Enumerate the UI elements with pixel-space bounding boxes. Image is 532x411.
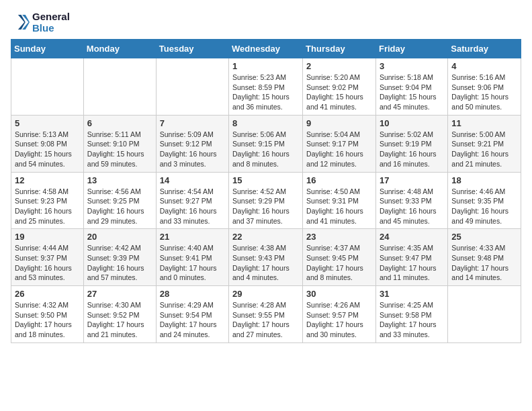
day-info: Sunrise: 4:30 AM Sunset: 9:52 PM Dayligh… [87,300,152,340]
calendar-cell: 24Sunrise: 4:35 AM Sunset: 9:47 PM Dayli… [375,229,447,286]
day-number: 5 [15,118,80,128]
calendar-cell: 12Sunrise: 4:58 AM Sunset: 9:23 PM Dayli… [11,172,84,229]
day-info: Sunrise: 4:26 AM Sunset: 9:57 PM Dayligh… [306,300,372,340]
calendar-week-2: 5Sunrise: 5:13 AM Sunset: 9:08 PM Daylig… [11,115,521,172]
calendar-cell: 15Sunrise: 4:52 AM Sunset: 9:29 PM Dayli… [229,172,303,229]
day-number: 23 [306,232,372,242]
calendar-table: SundayMondayTuesdayWednesdayThursdayFrid… [11,39,521,343]
calendar-cell: 25Sunrise: 4:33 AM Sunset: 9:48 PM Dayli… [448,229,521,286]
calendar-cell: 23Sunrise: 4:37 AM Sunset: 9:45 PM Dayli… [303,229,376,286]
calendar-cell [448,286,521,343]
day-info: Sunrise: 4:48 AM Sunset: 9:33 PM Dayligh… [380,187,444,226]
calendar-cell: 17Sunrise: 4:48 AM Sunset: 9:33 PM Dayli… [375,172,447,229]
day-info: Sunrise: 4:44 AM Sunset: 9:37 PM Dayligh… [15,243,80,283]
day-info: Sunrise: 4:28 AM Sunset: 9:55 PM Dayligh… [232,300,299,340]
day-info: Sunrise: 5:09 AM Sunset: 9:12 PM Dayligh… [160,130,225,169]
calendar-cell: 31Sunrise: 4:25 AM Sunset: 9:58 PM Dayli… [375,286,447,343]
day-info: Sunrise: 4:50 AM Sunset: 9:31 PM Dayligh… [306,187,372,226]
page-header: General Blue [11,11,521,34]
calendar-cell: 5Sunrise: 5:13 AM Sunset: 9:08 PM Daylig… [11,115,84,172]
calendar-week-3: 12Sunrise: 4:58 AM Sunset: 9:23 PM Dayli… [11,172,521,229]
calendar-header-friday: Friday [375,40,447,58]
calendar-header-wednesday: Wednesday [229,40,303,58]
logo-icon [11,13,30,32]
day-number: 3 [380,61,444,71]
calendar-cell: 1Sunrise: 5:23 AM Sunset: 8:59 PM Daylig… [229,58,303,116]
day-number: 12 [15,175,80,185]
day-number: 4 [451,61,517,71]
calendar-cell: 20Sunrise: 4:42 AM Sunset: 9:39 PM Dayli… [83,229,156,286]
calendar-header-saturday: Saturday [448,40,521,58]
calendar-week-5: 26Sunrise: 4:32 AM Sunset: 9:50 PM Dayli… [11,286,521,343]
calendar-cell: 6Sunrise: 5:11 AM Sunset: 9:10 PM Daylig… [83,115,156,172]
day-info: Sunrise: 4:56 AM Sunset: 9:25 PM Dayligh… [87,187,152,226]
day-info: Sunrise: 5:04 AM Sunset: 9:17 PM Dayligh… [306,130,372,169]
day-info: Sunrise: 5:02 AM Sunset: 9:19 PM Dayligh… [380,130,444,169]
day-number: 27 [87,289,152,299]
day-info: Sunrise: 4:38 AM Sunset: 9:43 PM Dayligh… [232,243,299,283]
day-info: Sunrise: 4:37 AM Sunset: 9:45 PM Dayligh… [306,243,372,283]
calendar-header-tuesday: Tuesday [156,40,228,58]
calendar-cell: 4Sunrise: 5:16 AM Sunset: 9:06 PM Daylig… [448,58,521,116]
calendar-cell: 29Sunrise: 4:28 AM Sunset: 9:55 PM Dayli… [229,286,303,343]
day-number: 24 [380,232,444,242]
day-info: Sunrise: 5:11 AM Sunset: 9:10 PM Dayligh… [87,130,152,169]
day-number: 29 [232,289,299,299]
day-info: Sunrise: 4:25 AM Sunset: 9:58 PM Dayligh… [380,300,444,340]
calendar-cell [156,58,228,116]
day-number: 26 [15,289,80,299]
day-number: 1 [232,61,299,71]
calendar-header-sunday: Sunday [11,40,84,58]
day-info: Sunrise: 5:00 AM Sunset: 9:21 PM Dayligh… [451,130,517,169]
calendar-cell: 9Sunrise: 5:04 AM Sunset: 9:17 PM Daylig… [303,115,376,172]
day-number: 14 [160,175,225,185]
calendar-cell: 2Sunrise: 5:20 AM Sunset: 9:02 PM Daylig… [303,58,376,116]
calendar-cell: 19Sunrise: 4:44 AM Sunset: 9:37 PM Dayli… [11,229,84,286]
day-info: Sunrise: 5:23 AM Sunset: 8:59 PM Dayligh… [232,73,299,112]
calendar-cell: 10Sunrise: 5:02 AM Sunset: 9:19 PM Dayli… [375,115,447,172]
day-info: Sunrise: 5:13 AM Sunset: 9:08 PM Dayligh… [15,130,80,169]
day-number: 30 [306,289,372,299]
day-info: Sunrise: 5:06 AM Sunset: 9:15 PM Dayligh… [232,130,299,169]
day-info: Sunrise: 4:46 AM Sunset: 9:35 PM Dayligh… [451,187,517,226]
calendar-cell: 21Sunrise: 4:40 AM Sunset: 9:41 PM Dayli… [156,229,228,286]
calendar-cell: 7Sunrise: 5:09 AM Sunset: 9:12 PM Daylig… [156,115,228,172]
calendar-header-monday: Monday [83,40,156,58]
day-info: Sunrise: 4:42 AM Sunset: 9:39 PM Dayligh… [87,243,152,283]
day-info: Sunrise: 5:18 AM Sunset: 9:04 PM Dayligh… [380,73,444,112]
day-number: 7 [160,118,225,128]
calendar-cell [11,58,84,116]
day-number: 11 [451,118,517,128]
calendar-cell [83,58,156,116]
calendar-cell: 8Sunrise: 5:06 AM Sunset: 9:15 PM Daylig… [229,115,303,172]
day-number: 22 [232,232,299,242]
day-number: 2 [306,61,372,71]
day-number: 13 [87,175,152,185]
day-number: 18 [451,175,517,185]
day-info: Sunrise: 4:40 AM Sunset: 9:41 PM Dayligh… [160,243,225,283]
calendar-header-thursday: Thursday [303,40,376,58]
calendar-cell: 18Sunrise: 4:46 AM Sunset: 9:35 PM Dayli… [448,172,521,229]
day-number: 17 [380,175,444,185]
day-info: Sunrise: 4:58 AM Sunset: 9:23 PM Dayligh… [15,187,80,226]
day-info: Sunrise: 4:35 AM Sunset: 9:47 PM Dayligh… [380,243,444,283]
day-number: 31 [380,289,444,299]
day-number: 6 [87,118,152,128]
day-info: Sunrise: 4:33 AM Sunset: 9:48 PM Dayligh… [451,243,517,283]
day-number: 15 [232,175,299,185]
day-info: Sunrise: 4:54 AM Sunset: 9:27 PM Dayligh… [160,187,225,226]
calendar-cell: 14Sunrise: 4:54 AM Sunset: 9:27 PM Dayli… [156,172,228,229]
day-number: 25 [451,232,517,242]
calendar-week-4: 19Sunrise: 4:44 AM Sunset: 9:37 PM Dayli… [11,229,521,286]
calendar-header-row: SundayMondayTuesdayWednesdayThursdayFrid… [11,40,521,58]
day-number: 8 [232,118,299,128]
day-number: 28 [160,289,225,299]
day-info: Sunrise: 4:29 AM Sunset: 9:54 PM Dayligh… [160,300,225,340]
day-info: Sunrise: 4:52 AM Sunset: 9:29 PM Dayligh… [232,187,299,226]
day-number: 9 [306,118,372,128]
calendar-cell: 11Sunrise: 5:00 AM Sunset: 9:21 PM Dayli… [448,115,521,172]
calendar-cell: 27Sunrise: 4:30 AM Sunset: 9:52 PM Dayli… [83,286,156,343]
calendar-cell: 30Sunrise: 4:26 AM Sunset: 9:57 PM Dayli… [303,286,376,343]
day-info: Sunrise: 5:20 AM Sunset: 9:02 PM Dayligh… [306,73,372,112]
calendar-cell: 3Sunrise: 5:18 AM Sunset: 9:04 PM Daylig… [375,58,447,116]
